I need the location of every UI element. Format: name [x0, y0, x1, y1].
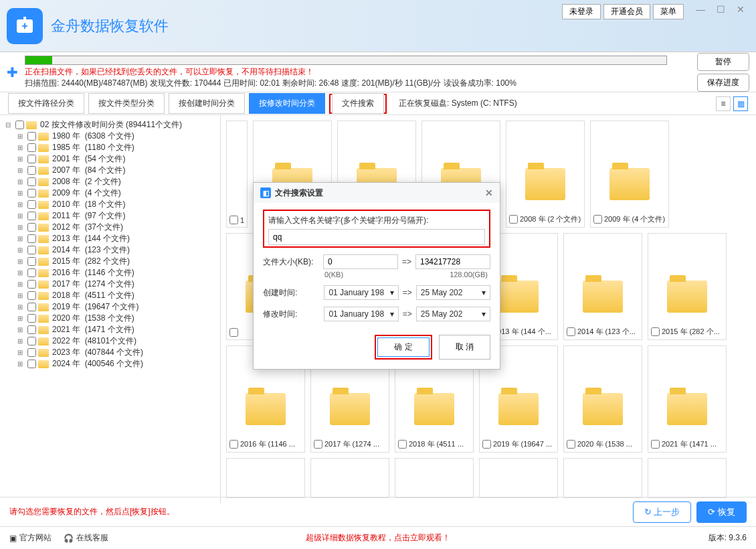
tile-checkbox[interactable] — [651, 327, 660, 336]
folder-tile[interactable]: 2021 年 (1471 ... — [648, 345, 727, 453]
folder-tile[interactable]: 2020 年 (1538 ... — [563, 345, 642, 453]
tile-checkbox[interactable] — [314, 440, 322, 449]
expand-icon[interactable]: ⊞ — [17, 178, 25, 185]
minimize-icon[interactable]: — — [690, 4, 711, 19]
tree-checkbox[interactable] — [27, 291, 36, 300]
tree-item[interactable]: ⊞ 2022 年 (48101个文件) — [17, 335, 215, 347]
tree-item[interactable]: ⊞ 2008 年 (2 个文件) — [17, 176, 215, 187]
expand-icon[interactable]: ⊞ — [17, 303, 25, 311]
tree-item[interactable]: ⊞ 2009 年 (4 个文件) — [17, 187, 215, 199]
tree-checkbox[interactable] — [27, 166, 36, 175]
expand-icon[interactable]: ⊞ — [17, 326, 25, 333]
expand-icon[interactable]: ⊞ — [17, 337, 25, 345]
not-logged-in-button[interactable]: 未登录 — [562, 4, 601, 19]
expand-icon[interactable]: ⊞ — [17, 281, 25, 288]
tree-item[interactable]: ⊞ 2023 年 (407844 个文件) — [17, 347, 215, 358]
tree-item[interactable]: ⊞ 2013 年 (144 个文件) — [17, 233, 215, 244]
tile-checkbox[interactable] — [482, 440, 491, 449]
tree-root[interactable]: ⊟ 02 按文件修改时间分类 (894411个文件) — [5, 119, 215, 131]
tile-checkbox[interactable] — [593, 215, 602, 224]
tree-checkbox[interactable] — [27, 234, 36, 243]
folder-tile[interactable] — [563, 458, 642, 498]
tree-item[interactable]: ⊞ 2007 年 (84 个文件) — [17, 165, 215, 176]
folder-tile[interactable]: 2015 年 (282 个... — [648, 233, 727, 340]
modified-to-picker[interactable]: 25 May 202▾ — [416, 307, 490, 321]
expand-icon[interactable]: ⊞ — [17, 224, 25, 231]
tree-checkbox[interactable] — [27, 200, 36, 209]
tile-checkbox[interactable] — [567, 440, 575, 449]
folder-tile[interactable] — [648, 458, 727, 498]
prev-button[interactable]: ↻ 上一步 — [633, 501, 692, 523]
keyword-input[interactable] — [268, 229, 485, 245]
tree-item[interactable]: ⊞ 2012 年 (37个文件) — [17, 222, 215, 233]
expand-icon[interactable]: ⊞ — [17, 349, 25, 356]
folder-tile[interactable]: 2009 年 (4 个文件) — [590, 121, 669, 228]
expand-icon[interactable]: ⊞ — [17, 212, 25, 220]
tree-item[interactable]: ⊞ 2010 年 (18 个文件) — [17, 199, 215, 210]
expand-icon[interactable]: ⊞ — [17, 201, 25, 208]
tree-item[interactable]: ⊞ 1980 年 (6308 个文件) — [17, 131, 215, 142]
tree-checkbox[interactable] — [27, 360, 36, 368]
folder-tile[interactable]: 2014 年 (123 个... — [563, 233, 642, 340]
tree-item[interactable]: ⊞ 2024 年 (400546 个文件) — [17, 358, 215, 370]
collapse-icon[interactable]: ⊟ — [5, 121, 13, 129]
folder-tile[interactable] — [310, 458, 389, 498]
grid-view-icon[interactable]: ▦ — [733, 96, 748, 111]
tree-checkbox[interactable] — [27, 257, 36, 266]
tree-item[interactable]: ⊞ 2015 年 (282 个文件) — [17, 256, 215, 267]
tab-by-path[interactable]: 按文件路径分类 — [8, 93, 84, 114]
tree-checkbox[interactable] — [27, 348, 36, 357]
save-progress-button[interactable]: 保存进度 — [697, 74, 749, 92]
pause-button[interactable]: 暂停 — [697, 53, 749, 71]
close-icon[interactable]: ✕ — [731, 4, 751, 19]
tutorial-link[interactable]: 超级详细数据恢复教程，点击立即观看！ — [306, 532, 450, 544]
tree-checkbox[interactable] — [27, 246, 36, 254]
expand-icon[interactable]: ⊞ — [17, 235, 25, 242]
menu-button[interactable]: 菜单 — [653, 4, 684, 19]
tile-checkbox[interactable] — [398, 440, 407, 449]
created-to-picker[interactable]: 25 May 202▾ — [416, 285, 490, 300]
tab-by-created[interactable]: 按创建时间分类 — [169, 93, 245, 114]
tile-checkbox[interactable] — [229, 216, 238, 224]
tree-root-checkbox[interactable] — [15, 121, 24, 129]
expand-icon[interactable]: ⊞ — [17, 269, 25, 277]
expand-icon[interactable]: ⊞ — [17, 189, 25, 197]
tree-checkbox[interactable] — [27, 212, 36, 220]
recover-button[interactable]: ⟳ 恢复 — [696, 501, 747, 523]
folder-tile[interactable] — [395, 458, 474, 498]
tree-item[interactable]: ⊞ 1985 年 (1180 个文件) — [17, 142, 215, 153]
tree-item[interactable]: ⊞ 2021 年 (1471 个文件) — [17, 324, 215, 335]
size-to-input[interactable] — [415, 254, 490, 269]
modified-from-picker[interactable]: 01 January 198▾ — [324, 307, 398, 321]
open-vip-button[interactable]: 开通会员 — [603, 4, 650, 19]
maximize-icon[interactable]: ☐ — [711, 4, 731, 19]
tree-checkbox[interactable] — [27, 280, 36, 289]
tree-item[interactable]: ⊞ 2018 年 (4511 个文件) — [17, 290, 215, 301]
list-view-icon[interactable]: ≡ — [716, 96, 731, 111]
expand-icon[interactable]: ⊞ — [17, 133, 25, 140]
expand-icon[interactable]: ⊞ — [17, 167, 25, 174]
expand-icon[interactable]: ⊞ — [17, 315, 25, 322]
tree-checkbox[interactable] — [27, 303, 36, 311]
tile-checkbox[interactable] — [651, 440, 660, 449]
tree-item[interactable]: ⊞ 2016 年 (1146 个文件) — [17, 267, 215, 279]
tile-checkbox[interactable] — [509, 215, 518, 224]
ok-button[interactable]: 确 定 — [377, 337, 429, 357]
folder-tile[interactable]: 2008 年 (2 个文件) — [506, 121, 585, 228]
tile-checkbox[interactable] — [229, 328, 238, 337]
folder-tile-partial[interactable]: 198 — [226, 121, 248, 228]
expand-icon[interactable]: ⊞ — [17, 246, 25, 254]
tree-checkbox[interactable] — [27, 337, 36, 345]
modal-close-icon[interactable]: ✕ — [485, 187, 493, 198]
tree-checkbox[interactable] — [27, 325, 36, 334]
tree-checkbox[interactable] — [27, 314, 36, 323]
size-from-input[interactable] — [323, 254, 398, 269]
folder-tile[interactable] — [479, 458, 558, 498]
tree-item[interactable]: ⊞ 2019 年 (19647 个文件) — [17, 301, 215, 313]
tree-item[interactable]: ⊞ 2014 年 (123 个文件) — [17, 244, 215, 256]
tree-panel[interactable]: ⊟ 02 按文件修改时间分类 (894411个文件) ⊞ 1980 年 (630… — [0, 115, 221, 503]
expand-icon[interactable]: ⊞ — [17, 360, 25, 368]
created-from-picker[interactable]: 01 January 198▾ — [324, 285, 398, 300]
tile-checkbox[interactable] — [229, 440, 238, 449]
folder-tile[interactable] — [226, 458, 305, 498]
